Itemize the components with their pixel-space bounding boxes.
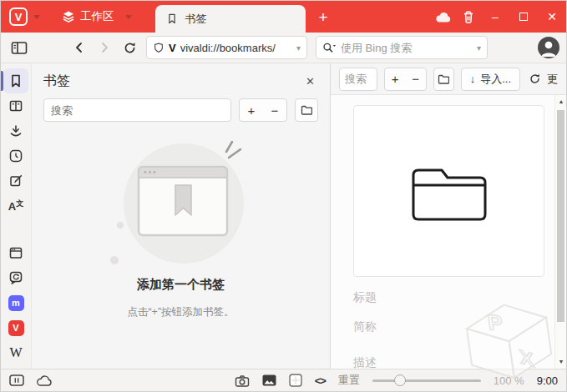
refresh-icon [529,73,541,85]
workspaces-label: 工作区 [80,9,114,24]
search-engine-dropdown-icon[interactable]: ▾ [477,43,481,53]
sync-cloud-button[interactable] [431,4,456,29]
bookmark-icon [8,73,23,88]
reload-button[interactable] [118,36,141,59]
folder-icon [438,74,449,84]
panel-toggle-icon [11,41,28,55]
thumbnail-card[interactable] [353,105,544,277]
description-field[interactable]: 描述 [353,355,548,370]
import-button[interactable]: ↓ 导入... [461,68,520,91]
site-v-badge-icon: V [169,42,176,54]
more-label: 更 [547,72,558,87]
person-icon [538,37,559,58]
maximize-icon [519,13,528,21]
bookmark-fields: 标题 简称 描述 [353,277,548,370]
panel-search-row: + − [43,98,318,122]
big-folder-icon [408,158,491,224]
rail-wikipedia-button[interactable]: W [3,340,28,365]
maximize-button[interactable] [509,1,538,33]
wikipedia-icon: W [9,345,22,360]
cloud-icon [435,11,452,23]
vivaldi-menu-icon[interactable]: V [9,8,28,26]
scroll-down-button[interactable]: ▼ [555,359,567,364]
rail-bookmarks-button[interactable] [3,68,28,93]
title-field[interactable]: 标题 [353,290,548,305]
rail-history-button[interactable] [3,143,28,168]
close-panel-button[interactable]: ✕ [302,72,318,91]
rail-mastodon-button[interactable]: m [3,290,28,315]
close-window-button[interactable]: ✕ [538,1,566,33]
menu-caret-icon[interactable] [33,15,40,19]
back-button[interactable] [68,36,91,59]
toggle-panel-button[interactable] [8,36,31,59]
tab-bookmarks[interactable]: 书签 [155,5,306,33]
body-row: A文 m [1,63,566,369]
scrollbar-thumb[interactable] [557,110,564,322]
titlebar: V 工作区 书签 + [1,1,566,33]
rail-sessions-button[interactable] [3,265,28,290]
empty-state-hint: 点击“+”按钮添加书签。 [127,305,234,319]
bookmarks-search-input[interactable] [339,68,377,91]
browser-window: V 工作区 书签 + [0,0,567,392]
download-icon [8,123,23,138]
remove-bookmark-button[interactable]: − [263,103,286,118]
zoom-reset-button[interactable]: 重置 [338,373,360,388]
zoom-value: 100 % [494,374,524,387]
book-icon [8,98,23,113]
search-field[interactable]: ▾ [316,36,488,59]
page-actions-icon[interactable]: <> [315,374,326,387]
trash-closed-tabs-button[interactable] [456,4,481,29]
forward-button[interactable] [93,36,116,59]
zoom-slider[interactable] [372,374,481,386]
url-dropdown-icon[interactable]: ▾ [296,43,301,53]
main-toolbar: + − ↓ 导入... 更 [331,63,566,95]
address-toolbar: V ▾ ▾ [1,33,566,63]
toggle-panel-icon[interactable] [9,374,24,386]
workspaces-button[interactable]: 工作区 [62,9,132,24]
main-add-button[interactable]: + [385,72,405,86]
scroll-up-button[interactable]: ▲ [555,98,567,104]
rail-notes-button[interactable] [3,168,28,193]
search-engine-icon [322,42,337,54]
main-add-remove-group: + − [384,68,427,91]
main-new-folder-button[interactable] [433,68,454,91]
rail-reading-list-button[interactable] [3,93,28,118]
shield-icon [153,42,165,54]
active-panel-indicator [1,71,3,91]
zoom-slider-thumb[interactable] [394,374,406,386]
tab-title: 书签 [185,12,207,27]
refresh-thumbnail-button[interactable]: 更 [529,72,558,87]
minimize-button[interactable]: – [481,1,509,33]
rail-translate-button[interactable]: A文 [3,193,28,219]
empty-bookmarks-illustration [102,137,261,270]
statusbar: <> 重置 100 % 9:00 [1,369,566,391]
zoom-slider-track[interactable] [372,379,481,382]
vivaldi-icon: V [8,320,24,336]
bookmarks-main: + − ↓ 导入... 更 [331,63,566,369]
import-label: 导入... [480,72,511,87]
profile-avatar[interactable] [538,37,559,58]
new-tab-button[interactable]: + [319,9,328,25]
rail-windows-button[interactable] [3,240,28,265]
new-folder-button[interactable] [295,98,318,122]
scrollbar[interactable]: ▲ ▼ [554,95,566,369]
mastodon-icon: m [8,295,24,311]
nickname-field[interactable]: 简称 [353,319,548,334]
rail-vivaldi-button[interactable]: V [3,315,28,340]
page-images-icon[interactable] [262,374,276,386]
sync-status-cloud-icon[interactable] [36,374,53,387]
panel-header: 书签 ✕ [43,63,318,98]
address-field[interactable]: V ▾ [146,36,307,59]
url-input[interactable] [180,42,292,54]
main-remove-button[interactable]: − [405,72,425,86]
add-bookmark-button[interactable]: + [240,103,263,118]
tab-tiling-icon[interactable] [289,374,302,387]
arrow-down-icon: ↓ [470,73,476,85]
panel-rail: A文 m [1,63,32,369]
panel-search-input[interactable] [43,98,231,122]
web-search-input[interactable] [341,42,473,54]
empty-state: 添加第一个书签 点击“+”按钮添加书签。 [43,137,318,369]
reload-icon [123,41,137,55]
rail-downloads-button[interactable] [3,118,28,143]
capture-camera-icon[interactable] [235,374,250,387]
